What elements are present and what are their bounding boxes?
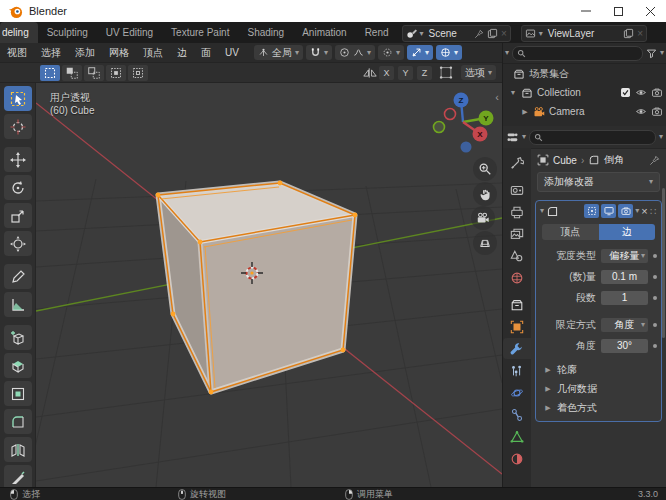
snap-toggle[interactable]: ▾ [306, 45, 332, 60]
realtime-display-toggle[interactable] [601, 204, 616, 218]
scene-selector[interactable]: ▾ Scene × [402, 25, 511, 42]
section-geometry[interactable]: ▶ 几何数据 [536, 379, 661, 398]
modifier-panel-header[interactable]: ▾ ▾ × ∷ [536, 201, 661, 221]
perspective-toggle-button[interactable] [473, 231, 497, 255]
new-viewlayer-icon[interactable] [623, 28, 634, 39]
collapse-icon[interactable]: ▾ [540, 207, 544, 215]
outliner-search-input[interactable] [512, 46, 643, 61]
pan-button[interactable] [473, 182, 497, 206]
animate-dot[interactable] [653, 275, 657, 279]
viewlayer-selector[interactable]: ▾ ViewLayer × [521, 25, 647, 42]
delete-modifier-icon[interactable]: × [641, 205, 647, 217]
sidebar-collapse-icon[interactable]: ‹ [495, 91, 499, 103]
props-tab-scene[interactable] [504, 245, 530, 266]
menu-vertex[interactable]: 顶点 [136, 46, 170, 60]
new-scene-icon[interactable] [487, 28, 498, 39]
mirror-y-button[interactable]: Y [398, 66, 413, 80]
tool-move[interactable] [4, 147, 32, 172]
overlays-toggle[interactable]: ▾ [436, 45, 462, 60]
axis-neg-y[interactable] [434, 122, 445, 133]
options-dropdown[interactable]: 选项 ▾ [461, 65, 496, 80]
outliner-row-collection[interactable]: ▼ Collection [503, 83, 666, 102]
axis-neg-z[interactable] [461, 142, 472, 153]
render-visibility-icon[interactable] [651, 87, 663, 98]
checkbox-icon[interactable] [620, 87, 631, 98]
select-mode-new[interactable] [40, 65, 60, 81]
props-tab-physics[interactable] [504, 382, 530, 403]
edit-mode-display-toggle[interactable] [584, 204, 599, 218]
section-shading[interactable]: ▶ 着色方式 [536, 398, 661, 417]
pivot-point-dropdown[interactable]: ▾ [378, 45, 404, 60]
width-type-select[interactable]: 偏移量 ▾ [601, 249, 648, 263]
tool-loop-cut[interactable] [4, 437, 32, 462]
amount-input[interactable]: 0.1 m [601, 270, 648, 284]
animate-dot[interactable] [653, 323, 657, 327]
snap-cage-icon[interactable] [439, 66, 453, 79]
zoom-button[interactable] [473, 157, 497, 181]
axis-x[interactable]: X [473, 127, 488, 142]
modifier-extras-icon[interactable]: ▾ [635, 207, 639, 215]
render-visibility-icon[interactable] [651, 106, 663, 117]
segments-input[interactable]: 1 [601, 291, 648, 305]
tool-bevel[interactable] [4, 409, 32, 434]
tool-extrude-region[interactable] [4, 353, 32, 378]
animate-dot[interactable] [653, 254, 657, 258]
tab-modeling[interactable]: deling [0, 22, 38, 43]
properties-search-input[interactable] [529, 130, 656, 145]
editor-type-chevron-icon[interactable]: ▾ [505, 49, 509, 57]
props-tab-particles[interactable] [504, 360, 530, 381]
tab-uv-editing[interactable]: UV Editing [97, 22, 162, 43]
gizmos-toggle[interactable]: ▾ [407, 45, 433, 60]
tool-cursor[interactable] [4, 114, 32, 139]
tool-scale[interactable] [4, 203, 32, 228]
eye-icon[interactable] [635, 87, 647, 98]
axis-z[interactable]: Z [454, 93, 469, 108]
axis-neg-x[interactable] [445, 109, 456, 120]
props-tab-modifiers[interactable] [503, 338, 531, 359]
props-tab-constraints[interactable] [504, 404, 530, 425]
menu-uv[interactable]: UV [218, 47, 246, 58]
tab-sculpting[interactable]: Sculpting [38, 22, 97, 43]
expand-icon[interactable]: ▼ [509, 89, 517, 96]
select-mode-invert[interactable] [106, 65, 126, 81]
breadcrumb-modifier[interactable]: 倒角 [604, 153, 624, 167]
add-modifier-dropdown[interactable]: 添加修改器 ▾ [537, 172, 660, 192]
tab-rendering[interactable]: Rend [356, 22, 398, 43]
menu-select[interactable]: 选择 [34, 46, 68, 60]
props-tab-tool[interactable] [504, 152, 530, 173]
render-display-toggle[interactable] [618, 204, 633, 218]
pin-icon[interactable] [649, 155, 660, 166]
tool-select-box[interactable] [4, 86, 32, 111]
breadcrumb-object[interactable]: Cube [553, 155, 577, 166]
minimize-button[interactable] [570, 0, 602, 22]
vertices-tab[interactable]: 顶点 [542, 224, 599, 240]
animate-dot[interactable] [653, 296, 657, 300]
props-tab-collection[interactable] [504, 294, 530, 315]
props-tab-view-layer[interactable] [504, 223, 530, 244]
props-tab-object[interactable] [504, 316, 530, 337]
tool-transform[interactable] [4, 231, 32, 256]
editor-type-icon[interactable] [506, 131, 519, 144]
chevron-down-icon[interactable]: ▾ [659, 133, 663, 141]
tool-add-cube[interactable] [4, 325, 32, 350]
close-button[interactable] [634, 0, 666, 22]
navigation-gizmo[interactable]: Z Y X [428, 87, 500, 159]
tool-annotate[interactable] [4, 264, 32, 289]
axis-y[interactable]: Y [479, 111, 494, 126]
mirror-z-button[interactable]: Z [417, 66, 432, 80]
select-mode-subtract[interactable] [84, 65, 104, 81]
menu-edge[interactable]: 边 [170, 46, 194, 60]
select-mode-extend[interactable] [62, 65, 82, 81]
angle-input[interactable]: 30° [601, 339, 648, 353]
properties-scrollbar[interactable] [662, 188, 665, 338]
maximize-button[interactable] [602, 0, 634, 22]
proportional-editing-group[interactable]: ▾ [335, 45, 375, 60]
menu-view[interactable]: 视图 [0, 46, 34, 60]
tab-animation[interactable]: Animation [293, 22, 355, 43]
transform-orientation-dropdown[interactable]: 全局 ▾ [254, 45, 303, 60]
props-tab-world[interactable] [504, 267, 530, 288]
drag-handle-icon[interactable]: ∷ [650, 206, 657, 217]
camera-view-button[interactable] [471, 206, 495, 230]
pin-icon[interactable] [474, 29, 484, 39]
outliner-row-camera[interactable]: ▶ Camera [503, 102, 666, 121]
